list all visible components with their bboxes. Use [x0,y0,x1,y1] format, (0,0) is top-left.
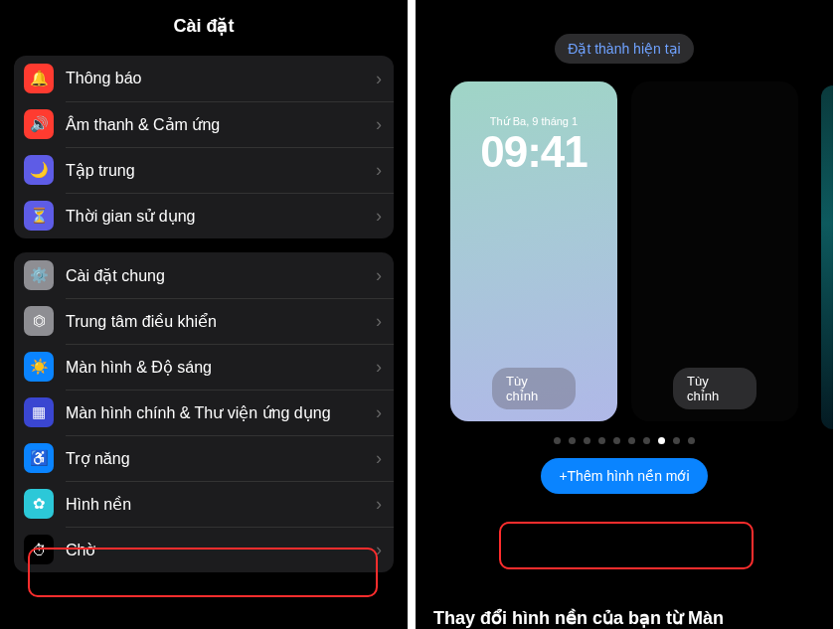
pager-dot[interactable] [658,437,665,444]
lockscreen-time: 09:41 [450,127,617,177]
settings-row-standby[interactable]: ⏱Chờ› [14,527,394,572]
chevron-right-icon: › [376,402,382,423]
pager-dot[interactable] [598,437,605,444]
settings-row-label: Âm thanh & Cảm ứng [66,115,376,134]
chevron-right-icon: › [376,540,382,560]
wallpaper-screen: Đặt thành hiện tại Thứ Ba, 9 tháng 1 09:… [416,0,833,629]
chevron-right-icon: › [376,69,382,89]
settings-row-moon[interactable]: 🌙Tập trung› [14,147,394,193]
settings-row-label: Màn hình chính & Thư viện ứng dụng [66,403,376,422]
accessibility-icon: ♿ [24,443,54,473]
brightness-icon: ☀️ [24,352,54,382]
pager-dot[interactable] [584,437,590,444]
footer-text: Thay đổi hình nền của bạn từ Màn [433,607,724,629]
settings-row-bell[interactable]: 🔔Thông báo› [14,56,394,101]
pager-dot[interactable] [673,437,680,444]
chevron-right-icon: › [376,494,382,515]
settings-row-label: Màn hình & Độ sáng [66,358,376,377]
sound-icon: 🔊 [24,109,54,139]
pager-dot[interactable] [613,437,620,444]
wallpaper-icon: ✿ [24,489,54,519]
switches-icon: ⏣ [24,306,54,336]
chevron-right-icon: › [376,311,382,332]
page-title: Cài đặt [0,0,408,52]
settings-row-accessibility[interactable]: ♿Trợ năng› [14,435,394,481]
page-indicator [416,437,833,444]
customize-homescreen-button[interactable]: Tùy chỉnh [673,368,756,409]
chevron-right-icon: › [376,160,382,181]
chevron-right-icon: › [376,265,382,286]
gear-icon: ⚙️ [24,260,54,290]
settings-row-grid[interactable]: ▦Màn hình chính & Thư viện ứng dụng› [14,390,394,435]
standby-icon: ⏱ [24,535,54,564]
highlight-add-button [499,522,754,569]
moon-icon: 🌙 [24,155,54,185]
homescreen-preview[interactable]: Tùy chỉnh [631,81,798,421]
settings-row-label: Hình nền [66,495,376,514]
settings-screen: Cài đặt 🔔Thông báo›🔊Âm thanh & Cảm ứng›🌙… [0,0,408,629]
chevron-right-icon: › [376,114,382,135]
settings-row-label: Thời gian sử dụng [66,207,376,226]
settings-row-switches[interactable]: ⏣Trung tâm điều khiển› [14,298,394,344]
settings-group-2: ⚙️Cài đặt chung›⏣Trung tâm điều khiển›☀️… [14,252,394,572]
pager-dot[interactable] [569,437,576,444]
settings-row-label: Trung tâm điều khiển [66,312,376,331]
set-current-button[interactable]: Đặt thành hiện tại [555,34,694,64]
settings-row-label: Chờ [66,541,376,559]
lockscreen-preview[interactable]: Thứ Ba, 9 tháng 1 09:41 Tùy chỉnh [450,81,617,421]
settings-row-wallpaper[interactable]: ✿Hình nền› [14,481,394,527]
settings-row-brightness[interactable]: ☀️Màn hình & Độ sáng› [14,344,394,390]
settings-row-sound[interactable]: 🔊Âm thanh & Cảm ứng› [14,101,394,147]
chevron-right-icon: › [376,357,382,378]
bell-icon: 🔔 [24,64,54,93]
settings-row-label: Trợ năng [66,449,376,468]
pager-dot[interactable] [554,437,561,444]
chevron-right-icon: › [376,206,382,227]
settings-row-gear[interactable]: ⚙️Cài đặt chung› [14,252,394,298]
hourglass-icon: ⏳ [24,201,54,231]
settings-group-1: 🔔Thông báo›🔊Âm thanh & Cảm ứng›🌙Tập trun… [14,56,394,238]
pager-dot[interactable] [628,437,635,444]
settings-row-label: Tập trung [66,161,376,180]
customize-lockscreen-button[interactable]: Tùy chỉnh [492,368,576,409]
next-card-peek [821,85,833,429]
chevron-right-icon: › [376,448,382,469]
settings-row-label: Cài đặt chung [66,266,376,285]
settings-row-label: Thông báo [66,70,376,87]
grid-icon: ▦ [24,397,54,427]
add-wallpaper-button[interactable]: +Thêm hình nền mới [541,458,708,494]
pager-dot[interactable] [688,437,695,444]
settings-row-hourglass[interactable]: ⏳Thời gian sử dụng› [14,193,394,238]
pager-dot[interactable] [643,437,650,444]
wallpaper-cards: Thứ Ba, 9 tháng 1 09:41 Tùy chỉnh Tùy ch… [416,81,833,421]
